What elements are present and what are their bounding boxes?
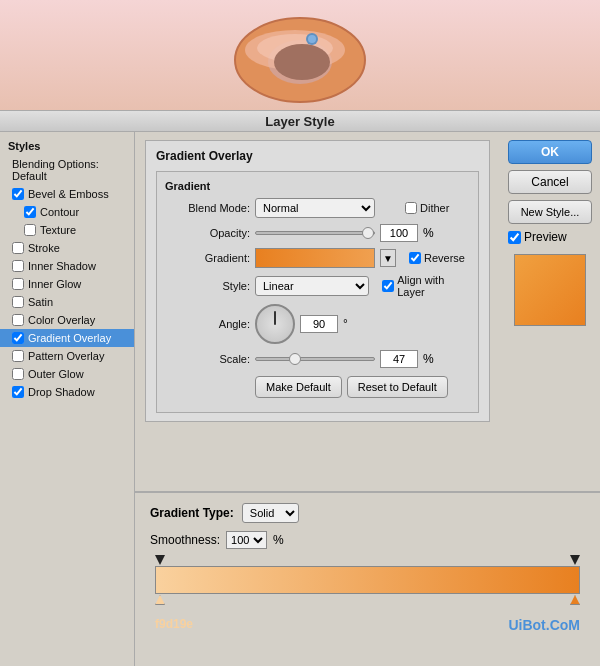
gradient-subsection: Gradient [165,180,470,192]
gradient-overlay-section: Gradient Overlay Gradient Blend Mode: No… [145,140,490,422]
scale-unit: % [423,352,434,366]
top-stops-row [150,555,585,565]
bottom-stop-left[interactable] [155,595,165,605]
bevel-emboss-checkbox[interactable] [12,188,24,200]
style-label: Style: [165,280,250,292]
gradient-bar[interactable] [155,566,580,594]
sidebar-item-inner-shadow[interactable]: Inner Shadow [0,257,134,275]
sidebar-item-drop-shadow[interactable]: Drop Shadow [0,383,134,401]
center-panel: Gradient Overlay Gradient Blend Mode: No… [135,132,500,491]
style-row: Style: Linear Radial Angle Align with La… [165,274,470,298]
dialog-body: Styles Blending Options: Default Bevel &… [0,132,600,666]
smoothness-select[interactable]: 100 [226,531,267,549]
cancel-button[interactable]: Cancel [508,170,592,194]
svg-point-5 [274,44,330,80]
inner-shadow-checkbox[interactable] [12,260,24,272]
angle-dial[interactable] [255,304,295,344]
sidebar-item-texture[interactable]: Texture [0,221,134,239]
bottom-stop-right[interactable] [570,595,580,605]
sidebar-item-stroke[interactable]: Stroke [0,239,134,257]
color-overlay-checkbox[interactable] [12,314,24,326]
gradient-editor-header: Gradient Type: Solid Noise [150,503,585,523]
blend-mode-row: Blend Mode: Normal Multiply Screen Dithe… [165,198,470,218]
title-bar: Layer Style [0,110,600,132]
opacity-unit: % [423,226,434,240]
gradient-bar-wrapper [150,566,585,594]
contour-checkbox[interactable] [24,206,36,218]
scale-row: Scale: % [165,350,470,368]
dither-label[interactable]: Dither [405,202,449,214]
hex-color-label: f9d19e [155,617,193,633]
left-panel: Styles Blending Options: Default Bevel &… [0,132,135,666]
style-preview-thumb [514,254,586,326]
angle-input[interactable] [300,315,338,333]
angle-label: Angle: [165,318,250,330]
blend-mode-label: Blend Mode: [165,202,250,214]
drop-shadow-checkbox[interactable] [12,386,24,398]
dialog-title: Layer Style [265,114,334,129]
bottom-stops-row [150,595,585,605]
defaults-row: Make Default Reset to Default [165,376,470,398]
donut-image [220,5,380,105]
opacity-row: Opacity: 100 % [165,224,470,242]
gradient-dropdown-btn[interactable]: ▼ [380,249,396,267]
sidebar-item-contour[interactable]: Contour [0,203,134,221]
angle-unit: ° [343,317,348,331]
blend-mode-select[interactable]: Normal Multiply Screen [255,198,375,218]
gradient-overlay-checkbox[interactable] [12,332,24,344]
stroke-checkbox[interactable] [12,242,24,254]
sidebar-item-satin[interactable]: Satin [0,293,134,311]
gradient-type-label: Gradient Type: [150,506,234,520]
sidebar-item-blending[interactable]: Blending Options: Default [0,155,134,185]
panel-title: Styles [0,137,134,155]
settings-panel: Gradient Overlay Gradient Blend Mode: No… [135,132,600,491]
opacity-label: Opacity: [165,227,250,239]
opacity-slider[interactable] [255,231,375,235]
preview-checkbox[interactable] [508,231,521,244]
reset-default-button[interactable]: Reset to Default [347,376,448,398]
preview-label[interactable]: Preview [508,230,592,244]
sidebar-item-inner-glow[interactable]: Inner Glow [0,275,134,293]
scale-label: Scale: [165,353,250,365]
reverse-checkbox[interactable] [409,252,421,264]
smoothness-label: Smoothness: [150,533,220,547]
gradient-row: Gradient: ▼ Reverse [165,248,470,268]
dither-checkbox[interactable] [405,202,417,214]
smoothness-row: Smoothness: 100 % [150,531,585,549]
scale-slider[interactable] [255,357,375,361]
align-layer-checkbox[interactable] [382,280,394,292]
pattern-overlay-checkbox[interactable] [12,350,24,362]
style-select[interactable]: Linear Radial Angle [255,276,369,296]
texture-checkbox[interactable] [24,224,36,236]
outer-glow-checkbox[interactable] [12,368,24,380]
make-default-button[interactable]: Make Default [255,376,342,398]
right-content: Gradient Overlay Gradient Blend Mode: No… [135,132,600,666]
gradient-swatch[interactable] [255,248,375,268]
sidebar-item-outer-glow[interactable]: Outer Glow [0,365,134,383]
gradient-type-select[interactable]: Solid Noise [242,503,299,523]
top-stop-right[interactable] [570,555,580,565]
top-stop-left[interactable] [155,555,165,565]
sidebar-item-gradient-overlay[interactable]: Gradient Overlay [0,329,134,347]
smoothness-unit: % [273,533,284,547]
angle-row: Angle: ° [165,304,470,344]
gradient-editor: Gradient Type: Solid Noise Smoothness: 1… [135,491,600,666]
sidebar-item-pattern-overlay[interactable]: Pattern Overlay [0,347,134,365]
bottom-labels-row: f9d19e UiBot.CoM [150,613,585,633]
preview-area [0,0,600,110]
svg-point-7 [308,35,316,43]
section-title: Gradient Overlay [156,149,479,163]
inner-glow-checkbox[interactable] [12,278,24,290]
gradient-label: Gradient: [165,252,250,264]
satin-checkbox[interactable] [12,296,24,308]
scale-input[interactable] [380,350,418,368]
reverse-label[interactable]: Reverse [409,252,465,264]
action-panel: OK Cancel New Style... Preview [500,132,600,491]
ok-button[interactable]: OK [508,140,592,164]
sidebar-item-color-overlay[interactable]: Color Overlay [0,311,134,329]
opacity-input[interactable]: 100 [380,224,418,242]
site-label: UiBot.CoM [508,617,580,633]
new-style-button[interactable]: New Style... [508,200,592,224]
sidebar-item-bevel-emboss[interactable]: Bevel & Emboss [0,185,134,203]
align-layer-label[interactable]: Align with Layer [382,274,470,298]
